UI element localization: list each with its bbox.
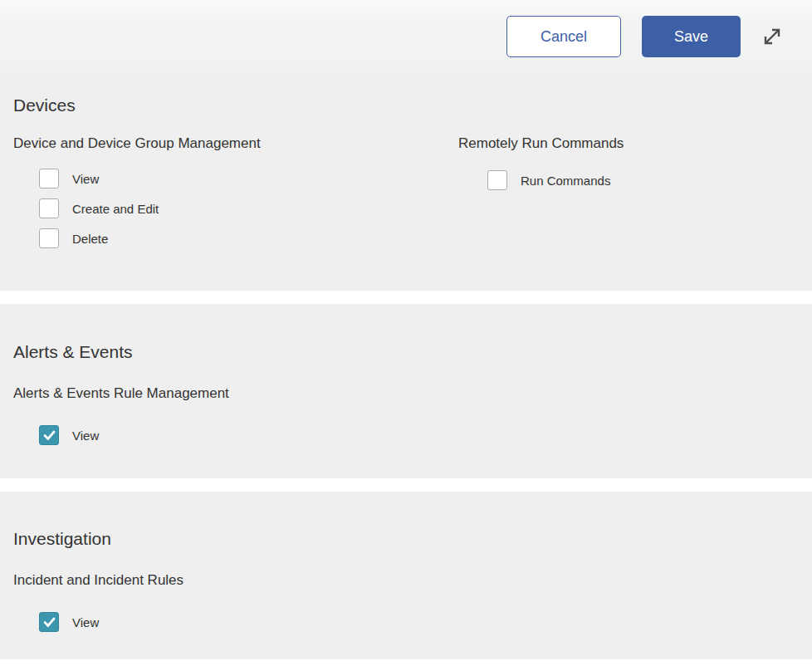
section-alerts-events: Alerts & Events Alerts & Events Rule Man…: [0, 304, 812, 478]
cancel-button[interactable]: Cancel: [506, 16, 621, 57]
toolbar: Cancel Save: [0, 0, 812, 73]
group-device-management: Device and Device Group Management View …: [13, 134, 458, 253]
checkbox-investigation-view[interactable]: [39, 612, 59, 632]
checkbox-label[interactable]: View: [72, 172, 99, 186]
group-heading: Device and Device Group Management: [13, 134, 458, 153]
section-title-investigation: Investigation: [13, 527, 812, 551]
checkbox-run-commands[interactable]: [487, 170, 507, 190]
checkbox-label[interactable]: Delete: [72, 232, 108, 246]
permission-row-view: View: [13, 607, 812, 637]
group-heading: Incident and Incident Rules: [13, 571, 812, 590]
section-devices: Devices Device and Device Group Manageme…: [0, 73, 812, 291]
group-heading: Remotely Run Commands: [458, 134, 812, 153]
permission-row-delete: Delete: [13, 223, 458, 253]
section-title-alerts-events: Alerts & Events: [13, 340, 812, 364]
group-heading: Alerts & Events Rule Management: [13, 384, 812, 403]
expand-button[interactable]: [758, 22, 786, 51]
section-title-devices: Devices: [13, 94, 812, 117]
section-investigation: Investigation Incident and Incident Rule…: [0, 492, 812, 659]
permission-row-create-edit: Create and Edit: [13, 193, 458, 223]
checkbox-label[interactable]: View: [72, 615, 99, 629]
checkbox-delete[interactable]: [39, 228, 59, 248]
checkbox-label[interactable]: View: [72, 428, 99, 443]
diagonal-resize-icon: [760, 24, 785, 49]
checkbox-view[interactable]: [39, 169, 59, 189]
checkbox-label[interactable]: Run Commands: [521, 174, 610, 188]
permission-row-view: View: [13, 420, 812, 450]
permission-row-run-commands: Run Commands: [458, 165, 812, 195]
group-remote-commands: Remotely Run Commands Run Commands: [458, 134, 812, 253]
checkbox-create-edit[interactable]: [39, 198, 59, 218]
permission-row-view: View: [13, 164, 458, 193]
checkbox-label[interactable]: Create and Edit: [72, 202, 159, 216]
save-button[interactable]: Save: [642, 16, 741, 57]
checkbox-alerts-view[interactable]: [39, 425, 59, 445]
